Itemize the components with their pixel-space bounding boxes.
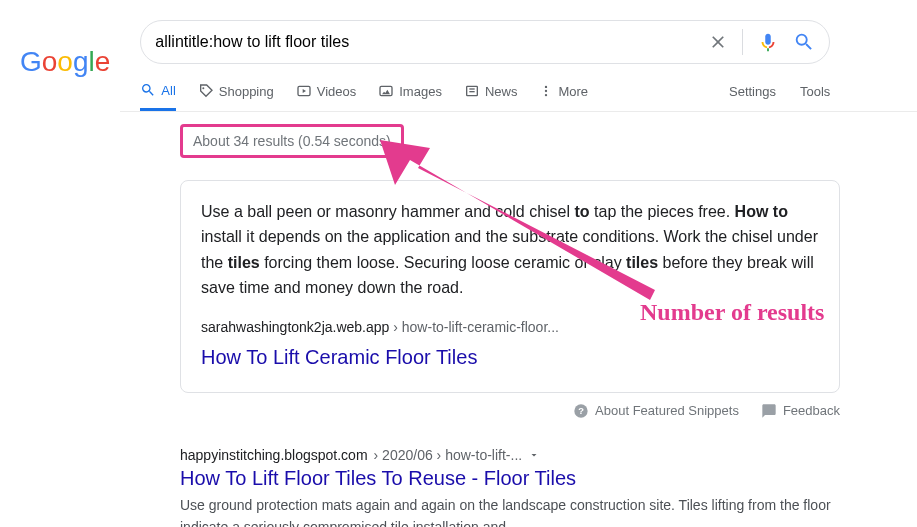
result-cite: happyinstitching.blogspot.com › 2020/06 … [180, 447, 840, 463]
tab-label: Videos [317, 84, 357, 99]
tab-images[interactable]: Images [378, 82, 442, 110]
search-icon[interactable] [793, 31, 815, 53]
svg-point-8 [545, 94, 547, 96]
play-icon [296, 83, 312, 99]
search-bar[interactable] [140, 20, 830, 64]
more-icon [539, 83, 553, 99]
tag-icon [198, 83, 214, 99]
tools-link[interactable]: Tools [800, 84, 830, 99]
tab-label: Images [399, 84, 442, 99]
tab-shopping[interactable]: Shopping [198, 82, 274, 110]
feedback-link[interactable]: Feedback [761, 403, 840, 419]
result-snippet: Use ground protection mats again and aga… [180, 494, 840, 527]
tab-label: More [558, 84, 588, 99]
settings-link[interactable]: Settings [729, 84, 776, 99]
search-input[interactable] [155, 33, 708, 51]
clear-icon[interactable] [708, 32, 728, 52]
tab-news[interactable]: News [464, 82, 518, 110]
search-result: happyinstitching.blogspot.com › 2020/06 … [180, 447, 840, 527]
tab-label: All [161, 83, 175, 98]
result-title-link[interactable]: How To Lift Floor Tiles To Reuse - Floor… [180, 467, 840, 490]
svg-point-6 [545, 86, 547, 88]
svg-point-0 [202, 87, 204, 89]
tab-more[interactable]: More [539, 82, 588, 110]
mic-icon[interactable] [757, 31, 779, 53]
result-title-link[interactable]: How To Lift Ceramic Floor Tiles [201, 342, 819, 374]
google-logo[interactable]: Google [20, 46, 110, 78]
tab-label: News [485, 84, 518, 99]
image-icon [378, 83, 394, 99]
chevron-down-icon[interactable] [528, 449, 540, 461]
tab-videos[interactable]: Videos [296, 82, 357, 110]
about-snippets-link[interactable]: ? About Featured Snippets [573, 403, 739, 419]
feedback-icon [761, 403, 777, 419]
svg-text:?: ? [578, 406, 584, 416]
help-icon: ? [573, 403, 589, 419]
tab-all[interactable]: All [140, 82, 175, 111]
tab-label: Shopping [219, 84, 274, 99]
search-small-icon [140, 82, 156, 98]
svg-point-7 [545, 90, 547, 92]
news-icon [464, 83, 480, 99]
featured-snippet: Use a ball peen or masonry hammer and co… [180, 180, 840, 393]
result-cite: sarahwashingtonk2ja.web.app › how-to-lif… [201, 316, 819, 338]
result-stats: About 34 results (0.54 seconds) [180, 124, 404, 158]
